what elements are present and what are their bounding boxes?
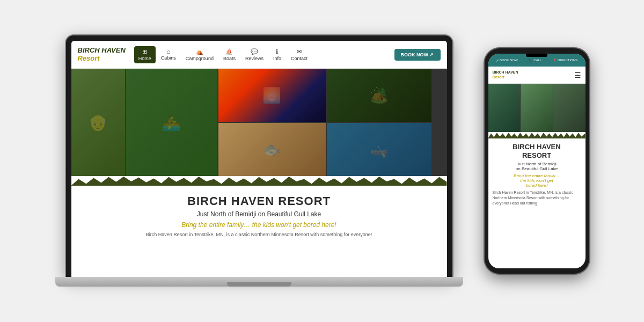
site-description: Birch Haven Resort in Tenstrike, MN, is … (82, 232, 436, 237)
hero-image-2: 🌅 (218, 69, 326, 122)
phone-site-subtitle: Just North of Bemidji on Beautiful Gull … (493, 162, 581, 171)
hamburger-menu-button[interactable]: ☰ (574, 71, 581, 79)
hero-image-4: 🚣 (126, 69, 217, 176)
phone-logo: BIRCH HAVEN Resort (493, 70, 518, 79)
phone-hero-2 (521, 84, 553, 132)
book-now-button[interactable]: BOOK NOW ↗ (394, 49, 441, 61)
site-title: BIRCH HAVEN RESORT (82, 194, 436, 208)
torn-edge (71, 176, 447, 186)
hero-image-grid: 👴 🌅 🏕️ 🚣 🐟 🛶 (71, 69, 447, 176)
nav-contact[interactable]: ✉ Contact (287, 46, 312, 63)
hero-image-5: 🐟 (218, 123, 326, 176)
phone-torn-edge (488, 132, 586, 138)
site-tagline: Bring the entire family… the kids won't … (82, 221, 436, 229)
phone-site-title: BIRCH HAVEN RESORT (493, 143, 581, 159)
laptop-screen-outer: BIRCH HAVEN Resort ⊞ Home ⌂ Cabins (66, 35, 452, 277)
site-subtitle: Just North of Bemidji on Beautiful Gull … (82, 210, 436, 218)
hero-image-6: 🛶 (327, 123, 431, 176)
nav-items: ⊞ Home ⌂ Cabins ⛺ Campground ⛵ (134, 46, 391, 63)
laptop-base (55, 277, 463, 287)
phone-hero-3 (553, 84, 586, 132)
nav-boats[interactable]: ⛵ Boats (219, 46, 240, 63)
reviews-icon: 💬 (251, 48, 258, 55)
site-navbar: BIRCH HAVEN Resort ⊞ Home ⌂ Cabins (71, 41, 447, 69)
laptop-device: BIRCH HAVEN Resort ⊞ Home ⌂ Cabins (55, 35, 463, 287)
nav-info[interactable]: ℹ Info (269, 46, 286, 63)
nav-campground[interactable]: ⛺ Campground (181, 46, 218, 63)
phone-hero-1 (488, 84, 521, 132)
phone-tagline: Bring the entire family… the kids won't … (493, 173, 581, 188)
phone-icon: 📞 (529, 58, 532, 62)
phone-hero-grid (488, 84, 586, 132)
phone-call[interactable]: 📞 CALL (529, 58, 541, 62)
boats-icon: ⛵ (225, 48, 233, 55)
phone-book-now[interactable]: ↗ BOOK NOW (496, 58, 518, 62)
phone-navbar: BIRCH HAVEN Resort ☰ (488, 67, 586, 84)
site-logo: BIRCH HAVEN Resort (78, 47, 126, 62)
phone-device: ↗ BOOK NOW 📞 CALL 📍 DIRECTIONS B (485, 48, 589, 274)
phone-directions[interactable]: 📍 DIRECTIONS (553, 58, 577, 62)
info-icon: ℹ (276, 48, 278, 55)
phone-notch (526, 54, 547, 57)
external-link-icon: ↗ (496, 58, 499, 62)
phone-outer: ↗ BOOK NOW 📞 CALL 📍 DIRECTIONS B (485, 48, 589, 274)
nav-reviews[interactable]: 💬 Reviews (241, 46, 268, 63)
hero-image-3: 🏕️ (327, 69, 431, 122)
hero-image-1: 👴 (71, 69, 125, 176)
scene: BIRCH HAVEN Resort ⊞ Home ⌂ Cabins (0, 0, 644, 322)
laptop-screen: BIRCH HAVEN Resort ⊞ Home ⌂ Cabins (71, 41, 447, 277)
nav-cabins[interactable]: ⌂ Cabins (157, 46, 180, 63)
nav-home[interactable]: ⊞ Home (134, 46, 156, 63)
cabin-icon: ⌂ (167, 48, 171, 55)
site-content: BIRCH HAVEN RESORT Just North of Bemidji… (71, 186, 447, 243)
contact-icon: ✉ (297, 48, 302, 55)
phone-content: BIRCH HAVEN RESORT Just North of Bemidji… (488, 138, 586, 210)
campground-icon: ⛺ (196, 48, 203, 55)
phone-description: Birch Haven Resort in Tenstrike, MN, is … (493, 190, 581, 206)
home-icon: ⊞ (142, 48, 147, 55)
location-icon: 📍 (553, 58, 557, 62)
phone-screen: ↗ BOOK NOW 📞 CALL 📍 DIRECTIONS B (488, 54, 586, 268)
